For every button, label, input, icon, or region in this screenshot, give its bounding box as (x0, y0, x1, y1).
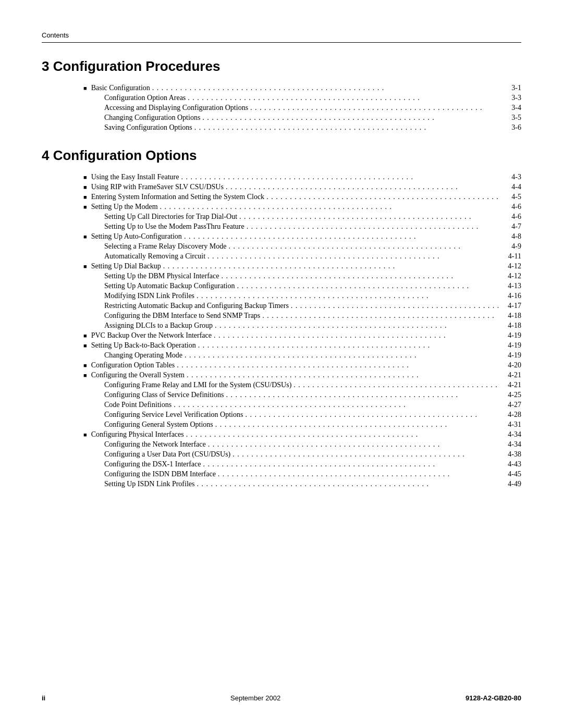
footer-right: 9128-A2-GB20-80 (466, 694, 521, 702)
header-bar: Contents (42, 31, 521, 43)
toc-page-number: 4-8 (500, 232, 521, 241)
toc-entry: Assigning DLCIs to a Backup Group . . . … (83, 322, 521, 330)
toc-entry: Configuring the DBM Interface to Send SN… (83, 312, 521, 320)
toc-dots: . . . . . . . . . . . . . . . . . . . . … (226, 183, 498, 191)
toc-page-number: 3-1 (500, 84, 521, 92)
toc-entry: ■Configuration Option Tables . . . . . .… (83, 361, 521, 369)
toc-entry: Changing Operating Mode . . . . . . . . … (83, 351, 521, 360)
toc-entry: Automatically Removing a Circuit . . . .… (83, 252, 521, 261)
toc-entry: ■Using the Easy Install Feature . . . . … (83, 173, 521, 181)
toc-entry: ■Setting Up Auto-Configuration . . . . .… (83, 232, 521, 241)
toc-dots: . . . . . . . . . . . . . . . . . . . . … (197, 292, 498, 300)
toc-dots: . . . . . . . . . . . . . . . . . . . . … (226, 391, 498, 399)
toc-item-text: Setting Up the Modem (91, 203, 158, 211)
toc-page-number: 4-4 (500, 183, 521, 191)
toc-page-number: 4-27 (500, 401, 521, 409)
toc-entry: ■Configuring Physical Interfaces . . . .… (83, 430, 521, 439)
toc-item-text: Entering System Information and Setting … (91, 193, 264, 201)
footer: ii September 2002 9128-A2-GB20-80 (42, 694, 521, 702)
toc-item-text: Changing Configuration Options (104, 114, 200, 122)
toc-page-number: 4-20 (500, 361, 521, 369)
toc-page-number: 4-12 (500, 262, 521, 270)
toc-item-text: PVC Backup Over the Network Interface (91, 331, 212, 340)
toc-page-number: 4-49 (500, 480, 521, 488)
toc-item-text: Configuring the DBM Interface to Send SN… (104, 312, 260, 320)
toc-dots: . . . . . . . . . . . . . . . . . . . . … (291, 302, 498, 310)
toc-item-text: Accessing and Displaying Configuration O… (104, 104, 248, 112)
toc-entry: Setting Up Automatic Backup Configuratio… (83, 282, 521, 290)
toc-entry: Configuring Service Level Verification O… (83, 411, 521, 419)
toc-page-number: 4-21 (500, 381, 521, 389)
toc-entry: ■PVC Backup Over the Network Interface .… (83, 331, 521, 340)
toc-entry: Setting Up ISDN Link Profiles . . . . . … (83, 480, 521, 488)
bullet-icon: ■ (83, 194, 87, 200)
toc-entry: Changing Configuration Options . . . . .… (83, 114, 521, 122)
toc-page-number: 4-3 (500, 173, 521, 181)
toc-entry: Saving Configuration Options . . . . . .… (83, 124, 521, 132)
toc-page-number: 4-19 (500, 351, 521, 360)
toc-page-number: 4-18 (500, 312, 521, 320)
toc-item-text: Setting Up Automatic Backup Configuratio… (104, 282, 235, 290)
toc-entry: ■Setting Up Dial Backup . . . . . . . . … (83, 262, 521, 270)
toc-item-text: Setting Up the DBM Physical Interface (104, 272, 219, 280)
toc-dots: . . . . . . . . . . . . . . . . . . . . … (221, 272, 498, 280)
bullet-icon: ■ (83, 263, 87, 269)
toc-dots: . . . . . . . . . . . . . . . . . . . . … (247, 223, 498, 231)
toc-item-text: Setting Up Call Directories for Trap Dia… (104, 213, 237, 221)
toc-item-text: Assigning DLCIs to a Backup Group (104, 322, 213, 330)
bullet-icon: ■ (83, 332, 87, 339)
toc-page-number: 4-34 (500, 440, 521, 449)
bullet-icon: ■ (83, 233, 87, 240)
toc-page-number: 4-45 (500, 470, 521, 478)
toc-item-text: Configuring Service Level Verification O… (104, 411, 243, 419)
toc-item-text: Configuring the DSX-1 Interface (104, 460, 201, 468)
toc-page-number: 4-19 (500, 341, 521, 350)
toc-dots: . . . . . . . . . . . . . . . . . . . . … (214, 331, 498, 340)
toc-entry: Setting Up to Use the Modem PassThru Fea… (83, 223, 521, 231)
toc-entry: Configuring General System Options . . .… (83, 421, 521, 429)
toc-entry: Accessing and Displaying Configuration O… (83, 104, 521, 112)
toc-page-number: 4-13 (500, 282, 521, 290)
toc-item-text: Using RIP with FrameSaver SLV CSU/DSUs (91, 183, 224, 191)
toc-dots: . . . . . . . . . . . . . . . . . . . . … (198, 341, 498, 350)
toc-item-text: Modifying ISDN Link Profiles (104, 292, 194, 300)
toc-page-number: 4-17 (500, 302, 521, 310)
toc-entry: ■Configuring the Overall System . . . . … (83, 371, 521, 379)
toc-item-text: Configuring General System Options (104, 421, 213, 429)
toc-dots: . . . . . . . . . . . . . . . . . . . . … (239, 213, 498, 221)
toc-page-number: 4-31 (500, 421, 521, 429)
toc-dots: . . . . . . . . . . . . . . . . . . . . … (215, 421, 498, 429)
toc-dots: . . . . . . . . . . . . . . . . . . . . … (202, 114, 498, 122)
toc-entry: ■Basic Configuration . . . . . . . . . .… (83, 84, 521, 92)
toc-entry: ■Using RIP with FrameSaver SLV CSU/DSUs … (83, 183, 521, 191)
toc-dots: . . . . . . . . . . . . . . . . . . . . … (215, 322, 498, 330)
toc-entry: Configuring the ISDN DBM Interface . . .… (83, 470, 521, 478)
toc-dots: . . . . . . . . . . . . . . . . . . . . … (160, 203, 498, 211)
toc-dots: . . . . . . . . . . . . . . . . . . . . … (250, 104, 498, 112)
toc-page-number: 4-21 (500, 371, 521, 379)
toc-page-number: 4-9 (500, 242, 521, 251)
toc-page-number: 4-11 (500, 252, 521, 261)
toc-page-number: 4-6 (500, 213, 521, 221)
toc-page-number: 4-6 (500, 203, 521, 211)
toc-dots: . . . . . . . . . . . . . . . . . . . . … (185, 351, 498, 360)
toc-dots: . . . . . . . . . . . . . . . . . . . . … (177, 361, 498, 369)
toc-page-number: 3-6 (500, 124, 521, 132)
sections-container: 3 Configuration Procedures■Basic Configu… (42, 58, 521, 488)
toc-page-number: 3-3 (500, 94, 521, 102)
toc-entry: Modifying ISDN Link Profiles . . . . . .… (83, 292, 521, 300)
toc-entry: Code Point Definitions . . . . . . . . .… (83, 401, 521, 409)
toc-dots: . . . . . . . . . . . . . . . . . . . . … (203, 460, 498, 468)
toc-dots: . . . . . . . . . . . . . . . . . . . . … (163, 262, 498, 270)
toc-entry: Configuring Frame Relay and LMI for the … (83, 381, 521, 389)
chapter-heading-0: 3 Configuration Procedures (42, 58, 521, 75)
toc-page-number: 4-18 (500, 322, 521, 330)
toc-dots: . . . . . . . . . . . . . . . . . . . . … (184, 232, 498, 241)
toc-entry: Configuring Class of Service Definitions… (83, 391, 521, 399)
toc-item-text: Changing Operating Mode (104, 351, 182, 360)
toc-page-number: 3-4 (500, 104, 521, 112)
toc-dots: . . . . . . . . . . . . . . . . . . . . … (188, 94, 498, 102)
toc-entry: Setting Up the DBM Physical Interface . … (83, 272, 521, 280)
bullet-icon: ■ (83, 372, 87, 378)
toc-item-text: Setting Up ISDN Link Profiles (104, 480, 194, 488)
